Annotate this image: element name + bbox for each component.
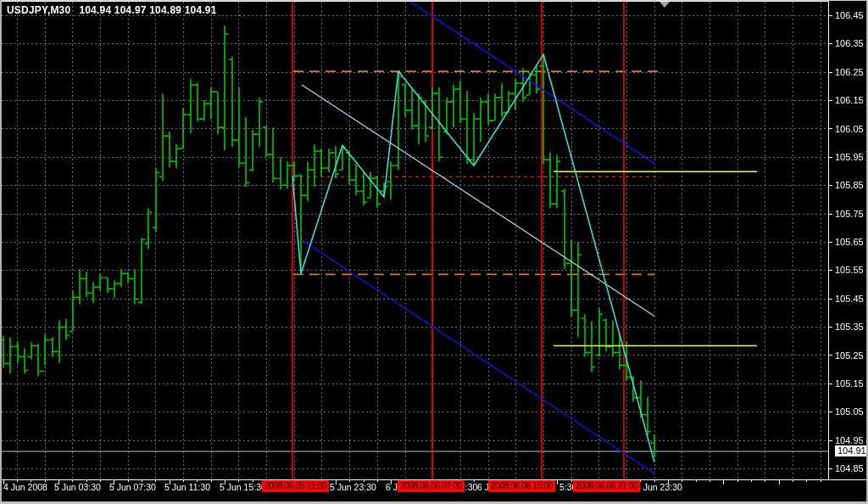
time-axis-label: 5 Jun 23:30 [330,482,376,492]
chart-title: USDJPY,M30104.94 104.97 104.89 104.91 [7,4,217,16]
time-axis[interactable]: 4 Jun 20085 Jun 03:305 Jun 07:305 Jun 11… [0,0,868,504]
session-time-tag: 2008.06.06 15:00 [488,480,555,492]
mt4-chart-window: USDJPY,M30104.94 104.97 104.89 104.91 10… [0,0,868,504]
current-price-tag: 104.91 [835,445,868,456]
window-border-top [0,0,868,1]
session-time-tag: 2008.06.05 21:00 [262,480,329,492]
time-axis-label: 5 Jun 11:30 [164,482,210,492]
symbol-timeframe-label: USDJPY,M30 [7,4,70,16]
ohlc-quote-label: 104.94 104.97 104.89 104.91 [79,4,216,16]
time-axis-label: 4 Jun 2008 [3,482,47,492]
session-time-tag: 2008.06.06 21:00 [573,480,640,492]
session-time-tag: 2008.06.06 07:00 [398,480,465,492]
time-axis-label: 5 Jun 15:30 [220,482,266,492]
time-axis-label: 5 Jun 03:30 [54,482,101,492]
window-border-left [0,0,2,504]
time-axis-label: 6 Jun 23:30 [636,482,682,492]
time-axis-label: 5 Jun 07:30 [109,482,156,492]
